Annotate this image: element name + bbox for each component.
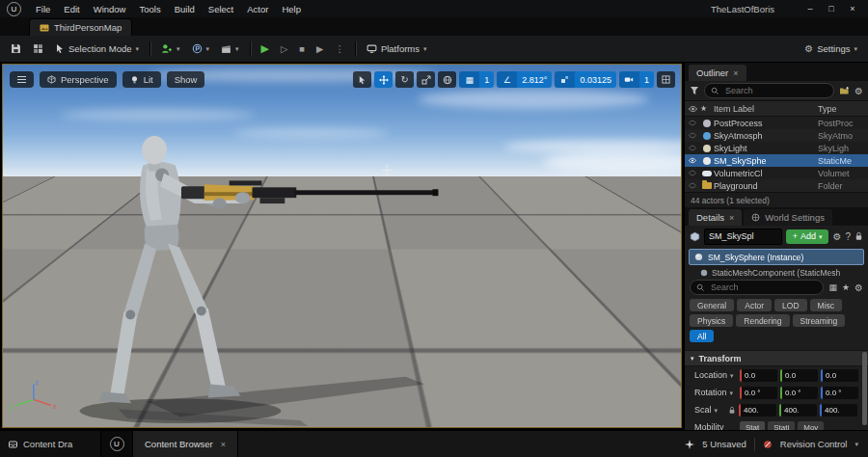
menu-select[interactable]: Select [202,0,240,17]
move-tool-button[interactable] [374,71,393,88]
viewport-options-button[interactable] [10,71,34,88]
close-button[interactable]: × [842,0,863,17]
actor-name-field[interactable] [704,228,782,245]
eject-button[interactable]: ▶ [312,39,328,59]
table-row[interactable]: PostProcess PostProc [685,117,868,129]
eye-icon[interactable] [685,182,700,189]
close-icon[interactable]: × [729,213,734,223]
gear-icon[interactable]: ⚙ [832,231,841,242]
revision-control-button[interactable]: Revision Control [780,439,848,449]
viewport[interactable]: x y z Perspective [2,64,682,428]
eye-icon[interactable] [685,157,700,164]
new-folder-icon[interactable] [839,86,850,95]
scale-tool-button[interactable] [417,71,435,88]
save-button[interactable] [6,39,26,59]
table-row-selected[interactable]: SM_SkySphe StaticMe [685,154,868,167]
grid-view-icon[interactable]: ▦ [828,282,837,292]
filter-misc[interactable]: Misc [810,299,842,311]
filter-physics[interactable]: Physics [690,314,733,327]
outliner-search-input[interactable] [723,85,827,96]
scale-snap-control[interactable]: 0.03125 [555,71,616,88]
eye-icon[interactable] [685,105,700,113]
rotation-x-field[interactable]: 0.0 ° [740,387,777,399]
location-label[interactable]: Location ▾ [694,370,737,380]
add-actor-button[interactable]: ▾ [156,39,185,59]
mobility-movable-button[interactable]: Mov [798,421,824,431]
component-child-row[interactable]: StaticMeshComponent (StaticMesh [700,267,864,278]
transform-section-header[interactable]: ▾ Transform [685,350,868,366]
blueprints-button[interactable]: ▾ [187,39,215,59]
filter-actor[interactable]: Actor [737,299,772,311]
menu-actor[interactable]: Actor [240,0,275,17]
close-icon[interactable]: × [733,68,738,78]
menu-file[interactable]: File [29,0,57,17]
table-row[interactable]: VolumetricCl Volumet [685,167,868,179]
mobility-stationary-button[interactable]: Stati [768,421,795,431]
rotate-tool-button[interactable]: ↻ [395,71,414,88]
menu-edit[interactable]: Edit [57,0,86,17]
lock-icon[interactable] [728,406,736,415]
type-column-header[interactable]: Type [818,104,868,114]
selection-mode-dropdown[interactable]: Selection Mode ▾ [50,39,144,59]
rotation-z-field[interactable]: 0.0 ° [821,387,858,399]
lock-icon[interactable] [854,231,863,241]
play-options-kebab[interactable]: ⋮ [330,39,349,59]
settings-dropdown[interactable]: ⚙ Settings ▾ [800,39,862,59]
filter-streaming[interactable]: Streaming [793,314,846,327]
menu-tools[interactable]: Tools [132,0,167,17]
gear-icon[interactable]: ⚙ [854,86,863,96]
outliner-search[interactable] [704,83,834,98]
view-mode-dropdown[interactable]: Lit [122,71,161,88]
table-row[interactable]: SkyAtmosph SkyAtmo [685,129,868,142]
filter-general[interactable]: General [690,299,734,311]
menu-build[interactable]: Build [168,0,202,17]
eye-icon[interactable] [685,145,700,151]
table-row[interactable]: SkyLight SkyLigh [685,142,868,154]
rotation-y-field[interactable]: 0.0 ° [780,387,818,399]
gear-icon[interactable]: ⚙ [854,282,863,293]
maximize-button[interactable]: □ [821,0,842,17]
editor-modes-button[interactable] [28,39,48,59]
play-button[interactable]: ▶ [257,39,274,59]
select-tool-button[interactable] [353,71,371,88]
scale-x-field[interactable]: 400. [739,404,776,417]
platforms-dropdown[interactable]: Platforms ▾ [362,39,432,59]
details-search-input[interactable] [709,282,817,293]
show-dropdown[interactable]: Show [167,71,205,88]
location-z-field[interactable]: 0.0 [821,369,858,382]
eye-icon[interactable] [685,132,700,139]
filter-rendering[interactable]: Rendering [736,314,789,327]
menu-help[interactable]: Help [275,0,308,17]
component-root-row[interactable]: SM_SkySphere (Instance) [689,249,864,265]
grid-snap-control[interactable]: ▦ 1 [459,71,494,88]
tab-world-settings[interactable]: World Settings [744,209,832,226]
tab-thirdpersonmap[interactable]: ThirdPersonMap [29,18,132,36]
scale-label[interactable]: Scal ▾ [694,405,725,415]
perspective-dropdown[interactable]: Perspective [40,71,117,88]
camera-speed-control[interactable]: 1 [619,71,654,88]
filter-all[interactable]: All [690,330,714,342]
menu-window[interactable]: Window [87,0,133,17]
rotation-snap-control[interactable]: ∠ 2.812° [497,71,552,88]
help-icon[interactable]: ? [845,231,851,242]
details-search[interactable] [690,280,824,295]
close-icon[interactable]: × [221,440,226,449]
mobility-static-button[interactable]: Stat [740,421,765,431]
scale-y-field[interactable]: 400. [779,404,817,417]
viewport-canvas[interactable]: x y z [3,65,681,427]
tab-outliner[interactable]: Outliner × [689,65,746,81]
star-icon[interactable]: ★ [842,282,850,292]
maximize-viewport-button[interactable] [657,71,675,88]
eye-icon[interactable] [685,170,700,176]
unsaved-status[interactable]: 5 Unsaved [702,439,746,449]
location-y-field[interactable]: 0.0 [780,369,818,382]
tab-details[interactable]: Details × [689,209,742,226]
table-row[interactable]: Playground Folder [685,179,868,192]
world-coordinate-button[interactable] [438,71,456,88]
details-scrollbar[interactable] [862,352,867,425]
filter-icon[interactable] [690,86,699,95]
eye-icon[interactable] [685,120,700,126]
add-component-button[interactable]: + Add ▾ [786,229,829,244]
cinematics-button[interactable]: ▾ [216,39,244,59]
filter-lod[interactable]: LOD [774,299,806,311]
